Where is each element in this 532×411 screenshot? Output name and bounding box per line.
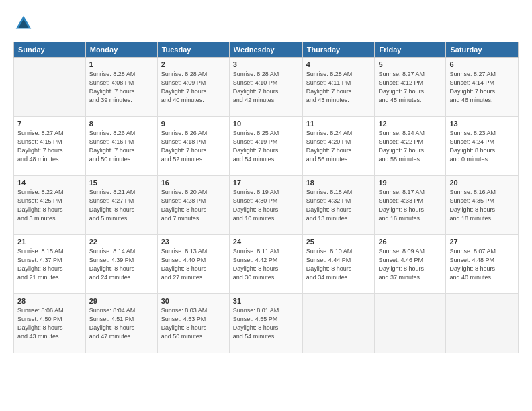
calendar-cell: 26Sunrise: 8:09 AMSunset: 4:46 PMDayligh… xyxy=(375,235,446,294)
calendar-week-4: 21Sunrise: 8:15 AMSunset: 4:37 PMDayligh… xyxy=(14,235,519,294)
day-info: Sunrise: 8:28 AMSunset: 4:08 PMDaylight:… xyxy=(89,70,154,105)
calendar-week-3: 14Sunrise: 8:22 AMSunset: 4:25 PMDayligh… xyxy=(14,176,519,235)
day-number: 21 xyxy=(17,238,82,246)
day-info: Sunrise: 8:25 AMSunset: 4:19 PMDaylight:… xyxy=(233,129,299,164)
day-info: Sunrise: 8:18 AMSunset: 4:32 PMDaylight:… xyxy=(306,188,371,223)
day-info: Sunrise: 8:04 AMSunset: 4:51 PMDaylight:… xyxy=(89,306,154,341)
day-number: 4 xyxy=(306,60,371,68)
day-number: 20 xyxy=(449,179,515,187)
calendar-cell: 27Sunrise: 8:07 AMSunset: 4:48 PMDayligh… xyxy=(446,235,519,294)
day-info: Sunrise: 8:11 AMSunset: 4:42 PMDaylight:… xyxy=(233,247,299,282)
calendar-cell: 8Sunrise: 8:26 AMSunset: 4:16 PMDaylight… xyxy=(85,117,157,176)
calendar-cell: 2Sunrise: 8:28 AMSunset: 4:09 PMDaylight… xyxy=(157,58,229,117)
day-info: Sunrise: 8:19 AMSunset: 4:30 PMDaylight:… xyxy=(233,188,299,223)
calendar-cell: 28Sunrise: 8:06 AMSunset: 4:50 PMDayligh… xyxy=(14,294,86,353)
calendar-cell: 20Sunrise: 8:16 AMSunset: 4:35 PMDayligh… xyxy=(446,176,519,235)
day-number: 13 xyxy=(449,120,515,128)
calendar-header-row: SundayMondayTuesdayWednesdayThursdayFrid… xyxy=(14,42,519,58)
day-info: Sunrise: 8:06 AMSunset: 4:50 PMDaylight:… xyxy=(17,306,82,341)
day-info: Sunrise: 8:22 AMSunset: 4:25 PMDaylight:… xyxy=(17,188,82,223)
day-info: Sunrise: 8:24 AMSunset: 4:20 PMDaylight:… xyxy=(306,129,371,164)
day-number: 28 xyxy=(17,297,82,305)
day-number: 26 xyxy=(378,238,442,246)
day-number: 6 xyxy=(449,60,515,68)
day-number: 8 xyxy=(89,120,154,128)
weekday-header-wednesday: Wednesday xyxy=(229,42,302,58)
calendar-cell: 6Sunrise: 8:27 AMSunset: 4:14 PMDaylight… xyxy=(446,58,519,117)
calendar-cell: 24Sunrise: 8:11 AMSunset: 4:42 PMDayligh… xyxy=(229,235,302,294)
day-number: 27 xyxy=(449,238,515,246)
weekday-header-saturday: Saturday xyxy=(446,42,519,58)
calendar-cell xyxy=(302,294,375,353)
day-info: Sunrise: 8:01 AMSunset: 4:55 PMDaylight:… xyxy=(233,306,299,341)
day-number: 24 xyxy=(233,238,299,246)
day-number: 2 xyxy=(161,60,226,68)
calendar-cell: 5Sunrise: 8:27 AMSunset: 4:12 PMDaylight… xyxy=(375,58,446,117)
calendar-cell: 16Sunrise: 8:20 AMSunset: 4:28 PMDayligh… xyxy=(157,176,229,235)
day-info: Sunrise: 8:28 AMSunset: 4:11 PMDaylight:… xyxy=(306,70,371,105)
day-number: 29 xyxy=(89,297,154,305)
day-info: Sunrise: 8:20 AMSunset: 4:28 PMDaylight:… xyxy=(161,188,226,223)
calendar-cell: 11Sunrise: 8:24 AMSunset: 4:20 PMDayligh… xyxy=(302,117,375,176)
day-number: 23 xyxy=(161,238,226,246)
calendar-cell xyxy=(375,294,446,353)
day-number: 15 xyxy=(89,179,154,187)
day-number: 16 xyxy=(161,179,226,187)
day-info: Sunrise: 8:27 AMSunset: 4:12 PMDaylight:… xyxy=(378,70,442,105)
day-number: 22 xyxy=(89,238,154,246)
day-info: Sunrise: 8:26 AMSunset: 4:18 PMDaylight:… xyxy=(161,129,226,164)
day-info: Sunrise: 8:15 AMSunset: 4:37 PMDaylight:… xyxy=(17,247,82,282)
calendar-cell: 22Sunrise: 8:14 AMSunset: 4:39 PMDayligh… xyxy=(85,235,157,294)
day-info: Sunrise: 8:14 AMSunset: 4:39 PMDaylight:… xyxy=(89,247,154,282)
day-number: 3 xyxy=(233,60,299,68)
calendar-cell: 12Sunrise: 8:24 AMSunset: 4:22 PMDayligh… xyxy=(375,117,446,176)
day-number: 14 xyxy=(17,179,82,187)
logo-icon xyxy=(13,13,34,34)
calendar-cell: 30Sunrise: 8:03 AMSunset: 4:53 PMDayligh… xyxy=(157,294,229,353)
day-info: Sunrise: 8:23 AMSunset: 4:24 PMDaylight:… xyxy=(449,129,515,164)
day-info: Sunrise: 8:24 AMSunset: 4:22 PMDaylight:… xyxy=(378,129,442,164)
day-info: Sunrise: 8:07 AMSunset: 4:48 PMDaylight:… xyxy=(449,247,515,282)
calendar-cell: 18Sunrise: 8:18 AMSunset: 4:32 PMDayligh… xyxy=(302,176,375,235)
calendar-cell xyxy=(446,294,519,353)
calendar-cell: 1Sunrise: 8:28 AMSunset: 4:08 PMDaylight… xyxy=(85,58,157,117)
calendar-cell: 25Sunrise: 8:10 AMSunset: 4:44 PMDayligh… xyxy=(302,235,375,294)
day-info: Sunrise: 8:21 AMSunset: 4:27 PMDaylight:… xyxy=(89,188,154,223)
calendar-table: SundayMondayTuesdayWednesdayThursdayFrid… xyxy=(13,42,519,353)
day-info: Sunrise: 8:03 AMSunset: 4:53 PMDaylight:… xyxy=(161,306,226,341)
calendar-cell: 14Sunrise: 8:22 AMSunset: 4:25 PMDayligh… xyxy=(14,176,86,235)
day-info: Sunrise: 8:28 AMSunset: 4:10 PMDaylight:… xyxy=(233,70,299,105)
day-info: Sunrise: 8:27 AMSunset: 4:15 PMDaylight:… xyxy=(17,129,82,164)
calendar-cell: 23Sunrise: 8:13 AMSunset: 4:40 PMDayligh… xyxy=(157,235,229,294)
calendar-week-5: 28Sunrise: 8:06 AMSunset: 4:50 PMDayligh… xyxy=(14,294,519,353)
day-number: 30 xyxy=(161,297,226,305)
calendar-cell: 17Sunrise: 8:19 AMSunset: 4:30 PMDayligh… xyxy=(229,176,302,235)
day-number: 10 xyxy=(233,120,299,128)
weekday-header-monday: Monday xyxy=(85,42,157,58)
calendar-week-2: 7Sunrise: 8:27 AMSunset: 4:15 PMDaylight… xyxy=(14,117,519,176)
day-number: 19 xyxy=(378,179,442,187)
calendar-cell: 31Sunrise: 8:01 AMSunset: 4:55 PMDayligh… xyxy=(229,294,302,353)
day-info: Sunrise: 8:10 AMSunset: 4:44 PMDaylight:… xyxy=(306,247,371,282)
calendar-cell: 13Sunrise: 8:23 AMSunset: 4:24 PMDayligh… xyxy=(446,117,519,176)
day-info: Sunrise: 8:17 AMSunset: 4:33 PMDaylight:… xyxy=(378,188,442,223)
weekday-header-sunday: Sunday xyxy=(14,42,86,58)
day-number: 31 xyxy=(233,297,299,305)
calendar-cell: 21Sunrise: 8:15 AMSunset: 4:37 PMDayligh… xyxy=(14,235,86,294)
day-number: 25 xyxy=(306,238,371,246)
day-info: Sunrise: 8:13 AMSunset: 4:40 PMDaylight:… xyxy=(161,247,226,282)
day-info: Sunrise: 8:09 AMSunset: 4:46 PMDaylight:… xyxy=(378,247,442,282)
calendar-cell: 29Sunrise: 8:04 AMSunset: 4:51 PMDayligh… xyxy=(85,294,157,353)
day-number: 11 xyxy=(306,120,371,128)
header xyxy=(13,13,519,34)
day-number: 9 xyxy=(161,120,226,128)
calendar-week-1: 1Sunrise: 8:28 AMSunset: 4:08 PMDaylight… xyxy=(14,58,519,117)
calendar-cell: 3Sunrise: 8:28 AMSunset: 4:10 PMDaylight… xyxy=(229,58,302,117)
calendar-cell xyxy=(14,58,86,117)
weekday-header-tuesday: Tuesday xyxy=(157,42,229,58)
day-info: Sunrise: 8:26 AMSunset: 4:16 PMDaylight:… xyxy=(89,129,154,164)
calendar-cell: 15Sunrise: 8:21 AMSunset: 4:27 PMDayligh… xyxy=(85,176,157,235)
weekday-header-friday: Friday xyxy=(375,42,446,58)
day-info: Sunrise: 8:28 AMSunset: 4:09 PMDaylight:… xyxy=(161,70,226,105)
day-info: Sunrise: 8:27 AMSunset: 4:14 PMDaylight:… xyxy=(449,70,515,105)
